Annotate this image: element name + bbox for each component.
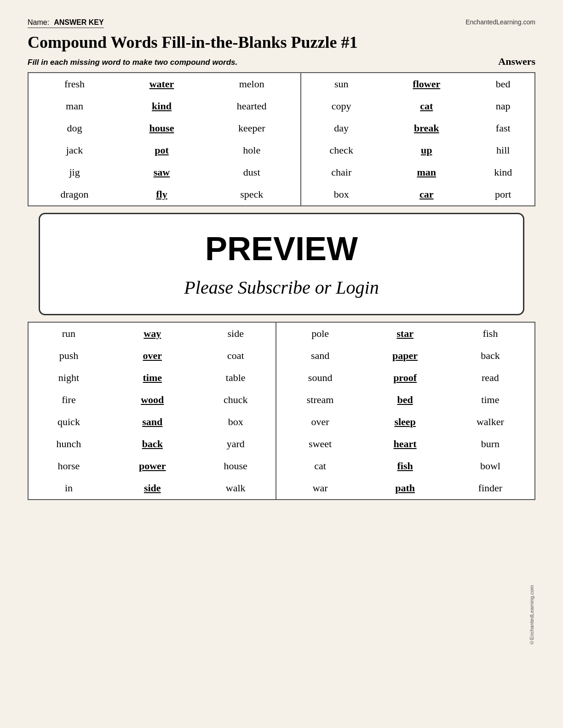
grid-cell: chair — [301, 161, 381, 183]
grid-cell: stream — [276, 389, 364, 411]
grid-cell: sand — [109, 411, 196, 433]
grid-cell: port — [472, 183, 535, 205]
grid-cell: walker — [446, 411, 534, 433]
grid-cell: saw — [121, 161, 203, 183]
grid-cell: sleep — [364, 411, 446, 433]
grid-cell: kind — [472, 161, 535, 183]
grid-cell: chuck — [196, 389, 276, 411]
bottom-grid: runwaysidepolestarfishpushovercoatsandpa… — [29, 323, 534, 499]
page-title: Compound Words Fill-in-the-Blanks Puzzle… — [28, 33, 535, 52]
name-label: Name: — [28, 18, 49, 27]
grid-cell: power — [109, 455, 196, 477]
grid-cell: sweet — [276, 433, 364, 455]
grid-cell: man — [29, 95, 121, 117]
grid-cell: walk — [196, 477, 276, 499]
grid-cell: pot — [121, 139, 203, 161]
grid-cell: fish — [364, 455, 446, 477]
grid-cell: dog — [29, 117, 121, 139]
grid-cell: nap — [472, 95, 535, 117]
grid-cell: sound — [276, 367, 364, 389]
grid-cell: back — [109, 433, 196, 455]
bottom-grid-wrapper: runwaysidepolestarfishpushovercoatsandpa… — [28, 322, 535, 500]
grid-cell: jig — [29, 161, 121, 183]
grid-cell: coat — [196, 345, 276, 367]
grid-cell: read — [446, 367, 534, 389]
grid-cell: box — [196, 411, 276, 433]
grid-cell: day — [301, 117, 381, 139]
grid-cell: bed — [364, 389, 446, 411]
grid-cell: break — [381, 117, 471, 139]
grid-cell: side — [109, 477, 196, 499]
grid-cell: over — [276, 411, 364, 433]
grid-cell: house — [196, 455, 276, 477]
grid-cell: hunch — [29, 433, 109, 455]
grid-cell: bed — [472, 73, 535, 95]
grid-cell: cat — [276, 455, 364, 477]
header: Name: ANSWER KEY EnchantedLearning.com — [28, 18, 535, 28]
grid-cell: side — [196, 323, 276, 345]
grid-cell: back — [446, 345, 534, 367]
grid-cell: way — [109, 323, 196, 345]
name-line: Name: ANSWER KEY — [28, 18, 104, 28]
grid-cell: pole — [276, 323, 364, 345]
grid-cell: time — [446, 389, 534, 411]
grid-cell: box — [301, 183, 381, 205]
grid-cell: dragon — [29, 183, 121, 205]
grid-cell: jack — [29, 139, 121, 161]
answer-key-text: ANSWER KEY — [54, 18, 103, 27]
grid-cell: quick — [29, 411, 109, 433]
instructions-row: Fill in each missing word to make two co… — [28, 56, 535, 68]
grid-cell: finder — [446, 477, 534, 499]
top-grid-wrapper: freshwatermelonsunflowerbedmankindhearte… — [28, 72, 535, 206]
instructions-text: Fill in each missing word to make two co… — [28, 58, 237, 67]
grid-cell: wood — [109, 389, 196, 411]
answers-label: Answers — [498, 56, 535, 68]
grid-cell: check — [301, 139, 381, 161]
grid-cell: path — [364, 477, 446, 499]
grid-cell: fly — [121, 183, 203, 205]
grid-cell: keeper — [203, 117, 301, 139]
grid-cell: cat — [381, 95, 471, 117]
grid-cell: fish — [446, 323, 534, 345]
grid-cell: man — [381, 161, 471, 183]
grid-cell: car — [381, 183, 471, 205]
grid-cell: burn — [446, 433, 534, 455]
grid-cell: sun — [301, 73, 381, 95]
grid-cell: time — [109, 367, 196, 389]
grid-cell: sand — [276, 345, 364, 367]
site-name: EnchantedLearning.com — [465, 18, 535, 26]
grid-cell: bowl — [446, 455, 534, 477]
grid-cell: fresh — [29, 73, 121, 95]
grid-cell: over — [109, 345, 196, 367]
grid-cell: up — [381, 139, 471, 161]
watermark: ©EnchantedLearning.com — [529, 585, 534, 645]
grid-cell: in — [29, 477, 109, 499]
grid-cell: hill — [472, 139, 535, 161]
top-grid: freshwatermelonsunflowerbedmankindhearte… — [29, 73, 534, 205]
grid-cell: dust — [203, 161, 301, 183]
grid-cell: melon — [203, 73, 301, 95]
grid-cell: copy — [301, 95, 381, 117]
grid-cell: push — [29, 345, 109, 367]
preview-title: PREVIEW — [49, 230, 514, 267]
grid-cell: hole — [203, 139, 301, 161]
grid-cell: heart — [364, 433, 446, 455]
grid-cell: war — [276, 477, 364, 499]
grid-cell: run — [29, 323, 109, 345]
grid-cell: house — [121, 117, 203, 139]
grid-cell: proof — [364, 367, 446, 389]
preview-box: PREVIEW Please Subscribe or Login — [39, 213, 524, 315]
grid-cell: fire — [29, 389, 109, 411]
grid-cell: hearted — [203, 95, 301, 117]
grid-cell: paper — [364, 345, 446, 367]
grid-cell: kind — [121, 95, 203, 117]
grid-cell: water — [121, 73, 203, 95]
grid-cell: night — [29, 367, 109, 389]
grid-cell: horse — [29, 455, 109, 477]
grid-cell: flower — [381, 73, 471, 95]
grid-cell: star — [364, 323, 446, 345]
preview-subtitle: Please Subscribe or Login — [49, 277, 514, 298]
grid-cell: speck — [203, 183, 301, 205]
grid-cell: fast — [472, 117, 535, 139]
grid-cell: yard — [196, 433, 276, 455]
